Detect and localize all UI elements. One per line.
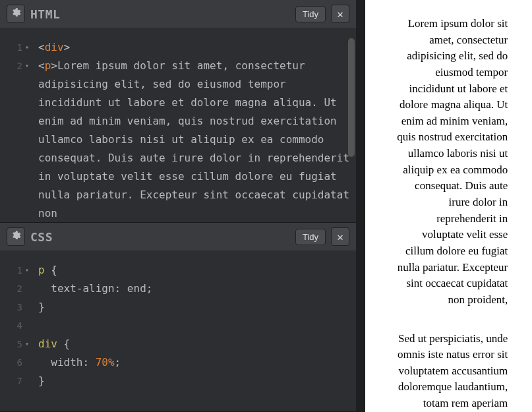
gear-icon	[11, 7, 21, 20]
preview-pane: Lorem ipsum dolor sit amet, consectetur …	[365, 0, 532, 412]
line-number: 3	[0, 298, 22, 316]
line-number: 5	[0, 335, 22, 353]
line-number: 1	[0, 261, 22, 280]
html-close-button[interactable]: ✕	[331, 5, 349, 23]
css-code[interactable]: p { text-align: end; } div { width: 70%;…	[26, 250, 356, 411]
html-panel-header: HTML Tidy ✕	[0, 0, 356, 28]
css-close-button[interactable]: ✕	[331, 227, 349, 246]
editors-column: HTML Tidy ✕ 1 2 <div> <p>Lorem ipsum dol…	[0, 0, 356, 412]
css-gutter: 1 2 3 4 5 6 7	[0, 250, 26, 411]
css-panel-title: CSS	[30, 230, 290, 244]
line-number: 2	[0, 280, 22, 298]
preview-paragraph: Lorem ipsum dolor sit amet, consectetur …	[395, 16, 508, 309]
column-splitter[interactable]	[356, 0, 365, 412]
line-number: 7	[0, 372, 22, 390]
css-tidy-button[interactable]: Tidy	[295, 229, 326, 245]
line-number: 6	[0, 353, 22, 372]
html-panel-title: HTML	[30, 7, 290, 21]
html-settings-button[interactable]	[7, 5, 25, 23]
css-settings-button[interactable]	[7, 227, 25, 246]
html-tidy-button[interactable]: Tidy	[295, 6, 326, 22]
line-number: 2	[0, 57, 22, 75]
html-scrollbar[interactable]	[348, 38, 355, 157]
close-icon: ✕	[337, 8, 343, 20]
preview-paragraph: Sed ut perspiciatis, unde omnis iste nat…	[395, 331, 508, 412]
css-code-area[interactable]: 1 2 3 4 5 6 7 p { text-align: end; } div…	[0, 250, 356, 411]
gear-icon	[11, 230, 21, 243]
html-gutter: 1 2	[0, 28, 26, 222]
html-panel: HTML Tidy ✕ 1 2 <div> <p>Lorem ipsum dol…	[0, 0, 356, 223]
css-panel: CSS Tidy ✕ 1 2 3 4 5 6 7 p { text-align:…	[0, 223, 356, 412]
close-icon: ✕	[337, 231, 343, 243]
css-panel-header: CSS Tidy ✕	[0, 223, 356, 250]
preview-div: Lorem ipsum dolor sit amet, consectetur …	[395, 16, 508, 412]
line-number: 4	[0, 316, 22, 335]
html-code[interactable]: <div> <p>Lorem ipsum dolor sit amet, con…	[26, 28, 356, 222]
line-number: 1	[0, 38, 22, 57]
html-code-area[interactable]: 1 2 <div> <p>Lorem ipsum dolor sit amet,…	[0, 28, 356, 222]
